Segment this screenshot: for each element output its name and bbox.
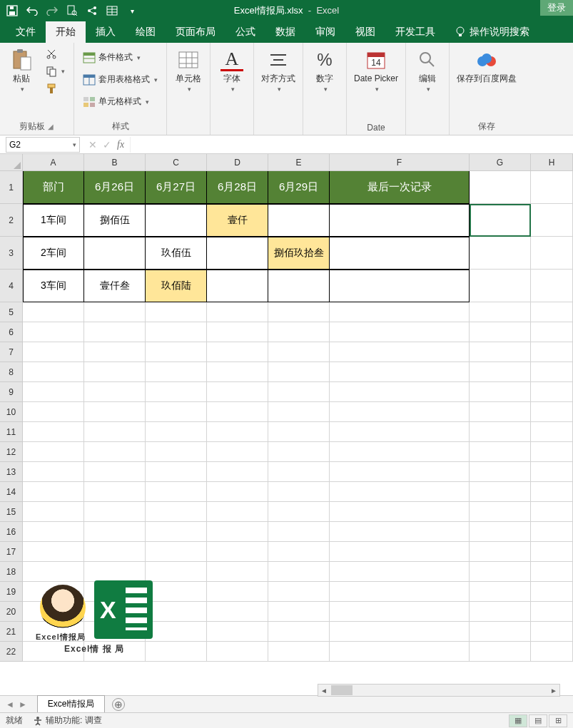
login-button[interactable]: 登录 — [540, 0, 573, 16]
row-header-1[interactable]: 1 — [0, 171, 22, 204]
cell-A11[interactable] — [23, 422, 84, 442]
table-format-button[interactable]: 套用表格格式▾ — [80, 72, 161, 87]
cell-G13[interactable] — [470, 462, 531, 482]
cell-A15[interactable] — [23, 502, 84, 522]
cell-B6[interactable] — [84, 322, 146, 342]
col-header-E[interactable]: E — [268, 154, 330, 170]
save-baidu-button[interactable]: 保存到百度网盘 — [454, 46, 519, 86]
select-all-corner[interactable] — [0, 154, 23, 171]
row-header-11[interactable]: 11 — [0, 422, 22, 442]
cell-D13[interactable] — [207, 462, 268, 482]
cell-H10[interactable] — [531, 402, 573, 422]
cell-D3[interactable] — [207, 237, 268, 270]
cell-A18[interactable] — [23, 562, 84, 582]
row-header-8[interactable]: 8 — [0, 362, 22, 382]
cell-G9[interactable] — [470, 382, 531, 402]
cell-F10[interactable] — [330, 402, 470, 422]
cell-B13[interactable] — [84, 462, 146, 482]
tab-review[interactable]: 审阅 — [305, 21, 345, 43]
cell-A17[interactable] — [23, 542, 84, 562]
col-header-B[interactable]: B — [84, 154, 146, 170]
cell-C20[interactable] — [146, 602, 207, 622]
cell-F17[interactable] — [330, 542, 470, 562]
cell-E7[interactable] — [268, 342, 330, 362]
cell-F8[interactable] — [330, 362, 470, 382]
cell-D15[interactable] — [207, 502, 268, 522]
cell-C15[interactable] — [146, 502, 207, 522]
accessibility-status[interactable]: 辅助功能: 调查 — [33, 714, 102, 727]
cell-C5[interactable] — [146, 302, 207, 322]
cell-G8[interactable] — [470, 362, 531, 382]
row-header-10[interactable]: 10 — [0, 402, 22, 422]
cell-G7[interactable] — [470, 342, 531, 362]
cell-A3[interactable]: 2车间 — [23, 237, 84, 270]
cell-H1[interactable] — [531, 171, 573, 204]
col-header-F[interactable]: F — [330, 154, 470, 170]
row-header-7[interactable]: 7 — [0, 342, 22, 362]
tab-tell-me[interactable]: 操作说明搜索 — [445, 21, 539, 43]
row-header-16[interactable]: 16 — [0, 522, 22, 542]
cell-B8[interactable] — [84, 362, 146, 382]
cell-E12[interactable] — [268, 442, 330, 462]
font-button[interactable]: A 字体▾ — [215, 46, 249, 96]
tab-data[interactable]: 数据 — [265, 21, 305, 43]
cell-H19[interactable] — [531, 582, 573, 602]
cell-H22[interactable] — [531, 642, 573, 662]
cell-D11[interactable] — [207, 422, 268, 442]
cell-A14[interactable] — [23, 482, 84, 502]
cell-E22[interactable] — [268, 642, 330, 662]
cell-D2[interactable]: 壹仟 — [207, 204, 268, 237]
cell-F15[interactable] — [330, 502, 470, 522]
cell-C12[interactable] — [146, 442, 207, 462]
tab-draw[interactable]: 绘图 — [126, 21, 166, 43]
cell-E18[interactable] — [268, 562, 330, 582]
cell-B7[interactable] — [84, 342, 146, 362]
cell-G1[interactable] — [470, 171, 531, 204]
cell-G20[interactable] — [470, 602, 531, 622]
col-header-A[interactable]: A — [23, 154, 84, 170]
cell-F3[interactable] — [330, 237, 470, 270]
col-header-G[interactable]: G — [470, 154, 531, 170]
chevron-down-icon[interactable]: ▾ — [73, 141, 76, 148]
cell-C13[interactable] — [146, 462, 207, 482]
cell-F6[interactable] — [330, 322, 470, 342]
cell-C2[interactable] — [146, 204, 207, 237]
tab-file[interactable]: 文件 — [6, 21, 46, 43]
cell-E1[interactable]: 6月29日 — [268, 171, 330, 204]
cell-G10[interactable] — [470, 402, 531, 422]
cell-C4[interactable]: 玖佰陆 — [146, 270, 207, 302]
cell-E13[interactable] — [268, 462, 330, 482]
tab-insert[interactable]: 插入 — [86, 21, 126, 43]
cell-E4[interactable] — [268, 270, 330, 302]
cell-A4[interactable]: 3车间 — [23, 270, 84, 302]
cell-G3[interactable] — [470, 237, 531, 270]
cell-C16[interactable] — [146, 522, 207, 542]
cell-B14[interactable] — [84, 482, 146, 502]
page-break-view-button[interactable]: ⊞ — [549, 714, 567, 727]
cell-H16[interactable] — [531, 522, 573, 542]
cell-H2[interactable] — [531, 204, 573, 237]
cell-H15[interactable] — [531, 502, 573, 522]
enter-icon[interactable]: ✓ — [103, 139, 111, 150]
row-header-5[interactable]: 5 — [0, 302, 22, 322]
cell-H11[interactable] — [531, 422, 573, 442]
cell-D20[interactable] — [207, 602, 268, 622]
row-header-4[interactable]: 4 — [0, 270, 22, 302]
row-header-18[interactable]: 18 — [0, 562, 22, 582]
cell-E5[interactable] — [268, 302, 330, 322]
row-header-3[interactable]: 3 — [0, 237, 22, 270]
copy-button[interactable]: ▾ — [43, 64, 68, 78]
cell-G14[interactable] — [470, 482, 531, 502]
cell-D14[interactable] — [207, 482, 268, 502]
cell-D17[interactable] — [207, 542, 268, 562]
cell-A2[interactable]: 1车间 — [23, 204, 84, 237]
normal-view-button[interactable]: ▦ — [509, 714, 527, 727]
cell-A12[interactable] — [23, 442, 84, 462]
cell-D21[interactable] — [207, 622, 268, 642]
cell-C11[interactable] — [146, 422, 207, 442]
cell-H4[interactable] — [531, 270, 573, 302]
cell-C19[interactable] — [146, 582, 207, 602]
cell-C10[interactable] — [146, 402, 207, 422]
table-icon[interactable] — [106, 4, 118, 17]
cell-C17[interactable] — [146, 542, 207, 562]
